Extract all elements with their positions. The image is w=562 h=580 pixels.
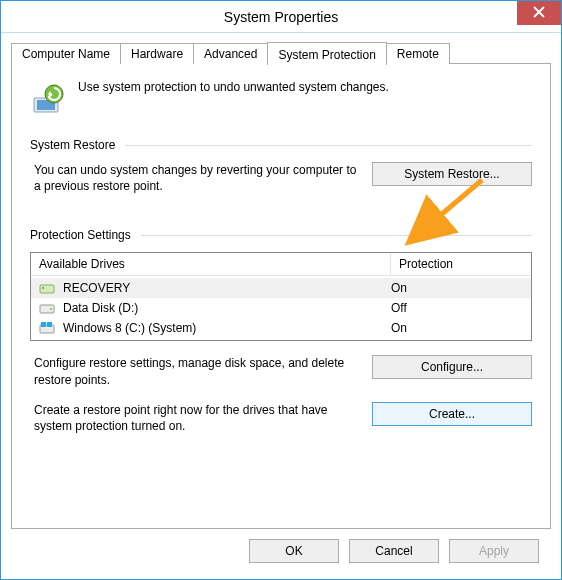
drive-name: Data Disk (D:) [63, 301, 383, 315]
titlebar: System Properties [1, 1, 561, 33]
drives-body: RECOVERY On Data Disk (D:) Off [31, 276, 531, 340]
tab-remote[interactable]: Remote [386, 43, 450, 64]
create-description: Create a restore point right now for the… [34, 402, 358, 434]
drive-protection-value: On [391, 281, 523, 295]
group-divider [125, 145, 532, 146]
drive-row[interactable]: Windows 8 (C:) (System) On [31, 318, 531, 338]
intro-text: Use system protection to undo unwanted s… [78, 80, 389, 94]
close-icon [533, 5, 545, 21]
system-protection-icon [30, 80, 66, 116]
drive-name: RECOVERY [63, 281, 383, 295]
column-header-protection[interactable]: Protection [391, 253, 531, 275]
drive-name: Windows 8 (C:) (System) [63, 321, 383, 335]
group-title-protection: Protection Settings [30, 228, 131, 242]
configure-button[interactable]: Configure... [372, 355, 532, 379]
drive-icon [39, 280, 55, 296]
group-title-restore: System Restore [30, 138, 115, 152]
restore-description: You can undo system changes by reverting… [34, 162, 358, 194]
drive-row[interactable]: Data Disk (D:) Off [31, 298, 531, 318]
svg-rect-5 [42, 287, 44, 289]
tab-system-protection[interactable]: System Protection [267, 42, 386, 65]
drive-row[interactable]: RECOVERY On [31, 278, 531, 298]
system-restore-button[interactable]: System Restore... [372, 162, 532, 186]
column-header-drives[interactable]: Available Drives [31, 253, 391, 275]
tab-bar: Computer Name Hardware Advanced System P… [11, 41, 551, 64]
group-system-restore: System Restore You can undo system chang… [30, 138, 532, 214]
tab-hardware[interactable]: Hardware [120, 43, 194, 64]
tab-computer-name[interactable]: Computer Name [11, 43, 121, 64]
dialog-button-bar: OK Cancel Apply [11, 529, 551, 567]
system-properties-window: System Properties Computer Name Hardware… [0, 0, 562, 580]
group-header: Protection Settings [30, 228, 532, 242]
svg-rect-10 [47, 322, 52, 327]
tab-advanced[interactable]: Advanced [193, 43, 268, 64]
drives-table: Available Drives Protection RECOVERY On [30, 252, 532, 341]
group-header: System Restore [30, 138, 532, 152]
content-area: Computer Name Hardware Advanced System P… [1, 33, 561, 579]
group-protection-settings: Protection Settings Available Drives Pro… [30, 228, 532, 434]
drive-protection-value: Off [391, 301, 523, 315]
close-button[interactable] [517, 1, 561, 25]
svg-point-7 [50, 308, 52, 310]
window-title: System Properties [224, 9, 338, 25]
windows-disk-icon [39, 320, 55, 336]
disk-icon [39, 300, 55, 316]
drive-protection-value: On [391, 321, 523, 335]
group-divider [141, 235, 532, 236]
tab-panel-system-protection: Use system protection to undo unwanted s… [11, 63, 551, 529]
svg-rect-9 [41, 322, 46, 327]
configure-description: Configure restore settings, manage disk … [34, 355, 358, 387]
drives-header-row: Available Drives Protection [31, 253, 531, 276]
ok-button[interactable]: OK [249, 539, 339, 563]
apply-button[interactable]: Apply [449, 539, 539, 563]
intro-row: Use system protection to undo unwanted s… [30, 80, 532, 116]
cancel-button[interactable]: Cancel [349, 539, 439, 563]
create-button[interactable]: Create... [372, 402, 532, 426]
